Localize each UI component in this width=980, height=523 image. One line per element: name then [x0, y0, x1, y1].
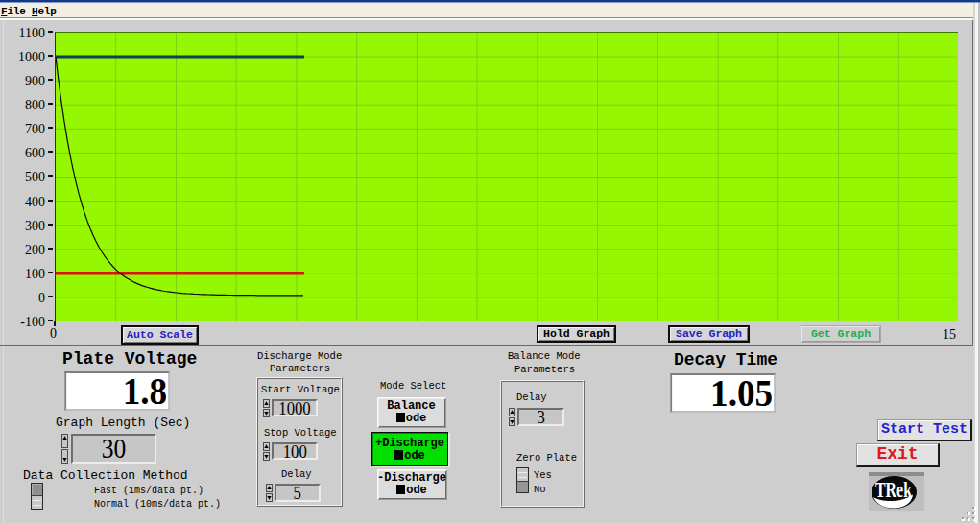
svg-text:TRek: TRek	[875, 478, 912, 502]
